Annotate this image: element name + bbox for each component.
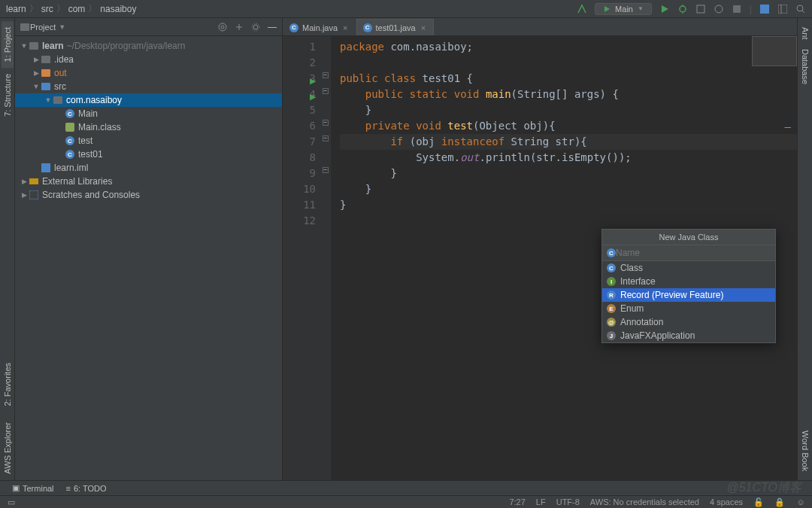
expand-icon[interactable] bbox=[234, 22, 244, 32]
tree-test[interactable]: Ctest bbox=[15, 134, 282, 148]
layout-icon[interactable] bbox=[777, 4, 788, 14]
profiler-icon[interactable] bbox=[714, 4, 724, 14]
svg-rect-3 bbox=[697, 5, 704, 13]
svg-rect-6 bbox=[760, 5, 769, 14]
todo-tab[interactable]: ≡6: TODO bbox=[60, 484, 113, 493]
fold-icon[interactable]: − bbox=[323, 120, 329, 126]
tree-package[interactable]: ▼com.nasaiboy bbox=[15, 93, 282, 107]
svg-point-11 bbox=[219, 23, 226, 31]
side-tab-database[interactable]: Database bbox=[799, 44, 811, 89]
class-name-input[interactable] bbox=[616, 248, 771, 258]
popup-title: New Java Class bbox=[602, 230, 775, 245]
project-title: Project bbox=[30, 23, 56, 32]
tree-out[interactable]: ▶out bbox=[15, 66, 282, 80]
tree-ext-lib[interactable]: ▶External Libraries bbox=[15, 175, 282, 188]
chevron-down-icon[interactable]: ▼ bbox=[59, 23, 65, 31]
folder-icon bbox=[20, 22, 30, 32]
tree-main[interactable]: CMain bbox=[15, 107, 282, 120]
aws-status[interactable]: AWS: No credentials selected bbox=[590, 497, 699, 506]
target-icon[interactable] bbox=[217, 22, 228, 32]
inspection-icon[interactable]: ☺ bbox=[795, 497, 806, 507]
svg-rect-7 bbox=[778, 5, 787, 14]
popup-item-class[interactable]: CClass bbox=[602, 261, 775, 275]
tab-test01[interactable]: Ctest01.java× bbox=[356, 19, 435, 35]
new-class-popup: New Java Class C CClass IInterface RReco… bbox=[601, 229, 776, 343]
fold-icon[interactable]: − bbox=[323, 135, 329, 141]
gear-icon[interactable] bbox=[250, 22, 261, 32]
side-tab-ant[interactable]: Ant bbox=[799, 23, 811, 44]
side-tab-favorites[interactable]: 2: Favorites bbox=[2, 357, 14, 412]
tree-main-class[interactable]: Main.class bbox=[15, 120, 282, 134]
popup-item-interface[interactable]: IInterface bbox=[602, 275, 775, 288]
popup-item-javafx[interactable]: JJavaFXApplication bbox=[602, 329, 775, 342]
crumb-com[interactable]: com bbox=[68, 4, 86, 14]
close-icon[interactable]: × bbox=[421, 23, 426, 32]
crumb-learn[interactable]: learn bbox=[6, 4, 26, 14]
breadcrumb[interactable]: learn〉 src〉 com〉 nasaiboy bbox=[6, 2, 136, 15]
tree-src[interactable]: ▼src bbox=[15, 80, 282, 93]
readonly-icon[interactable]: 🔓 bbox=[753, 497, 764, 507]
run-config-selector[interactable]: Main ▼ bbox=[595, 3, 652, 15]
debug-icon[interactable] bbox=[677, 4, 688, 14]
hide-icon[interactable]: — bbox=[267, 22, 277, 32]
line-endings[interactable]: LF bbox=[536, 497, 546, 506]
warning-stripe-icon[interactable]: — bbox=[785, 119, 791, 135]
side-tab-project[interactable]: 1: Project bbox=[2, 21, 14, 68]
tree-learn[interactable]: ▼learn~/Desktop/program/java/learn bbox=[15, 39, 282, 53]
tree-scratches[interactable]: ▶Scratches and Consoles bbox=[15, 188, 282, 202]
crumb-src[interactable]: src bbox=[41, 4, 53, 14]
svg-rect-17 bbox=[41, 163, 50, 172]
popup-item-annotation[interactable]: @Annotation bbox=[602, 315, 775, 329]
terminal-icon: ▣ bbox=[12, 483, 20, 493]
fold-icon[interactable]: − bbox=[323, 88, 329, 94]
fold-icon[interactable]: − bbox=[323, 167, 329, 173]
cursor-position[interactable]: 7:27 bbox=[509, 497, 525, 506]
terminal-tab[interactable]: ▣Terminal bbox=[6, 483, 60, 493]
class-icon: C bbox=[607, 248, 616, 257]
side-tab-wordbook[interactable]: Word Book bbox=[799, 426, 811, 476]
lock-icon[interactable]: 🔒 bbox=[774, 497, 785, 507]
search-icon[interactable] bbox=[795, 4, 806, 14]
fold-strip[interactable]: − − − − − bbox=[320, 36, 331, 480]
svg-point-9 bbox=[797, 5, 803, 11]
popup-item-record[interactable]: RRecord (Preview Feature) bbox=[602, 288, 775, 302]
todo-icon: ≡ bbox=[66, 484, 71, 493]
crumb-pkg[interactable]: nasaiboy bbox=[100, 4, 136, 14]
project-tree[interactable]: ▼learn~/Desktop/program/java/learn ▶.ide… bbox=[15, 36, 282, 480]
svg-rect-5 bbox=[733, 5, 741, 13]
svg-rect-19 bbox=[29, 190, 38, 199]
fold-icon[interactable]: − bbox=[323, 72, 329, 78]
indent[interactable]: 4 spaces bbox=[710, 497, 743, 506]
minimap[interactable] bbox=[752, 36, 797, 66]
svg-point-12 bbox=[221, 26, 224, 29]
tree-idea[interactable]: ▶.idea bbox=[15, 53, 282, 66]
tree-test01[interactable]: Ctest01 bbox=[15, 148, 282, 161]
coverage-icon[interactable] bbox=[695, 4, 706, 14]
side-tab-aws[interactable]: AWS Explorer bbox=[2, 416, 14, 480]
svg-rect-18 bbox=[29, 178, 38, 184]
event-log-icon[interactable]: ▭ bbox=[6, 497, 17, 507]
encoding[interactable]: UTF-8 bbox=[556, 497, 580, 506]
svg-point-15 bbox=[253, 25, 258, 29]
run-gutter-icon[interactable]: ▶ bbox=[310, 89, 316, 105]
close-icon[interactable]: × bbox=[343, 23, 347, 32]
git-icon[interactable] bbox=[759, 4, 770, 14]
svg-point-4 bbox=[715, 5, 723, 13]
tree-iml[interactable]: learn.iml bbox=[15, 161, 282, 175]
gutter[interactable]: 12 3▶ 4▶ 56789101112 bbox=[283, 36, 320, 480]
tab-main[interactable]: CMain.java× bbox=[283, 19, 356, 35]
side-tab-structure[interactable]: 7: Structure bbox=[2, 68, 14, 123]
run-icon[interactable] bbox=[659, 4, 670, 14]
build-icon[interactable] bbox=[577, 4, 587, 14]
svg-line-10 bbox=[802, 11, 804, 13]
svg-point-0 bbox=[680, 6, 686, 12]
popup-item-enum[interactable]: EEnum bbox=[602, 302, 775, 315]
stop-icon[interactable] bbox=[732, 4, 742, 14]
